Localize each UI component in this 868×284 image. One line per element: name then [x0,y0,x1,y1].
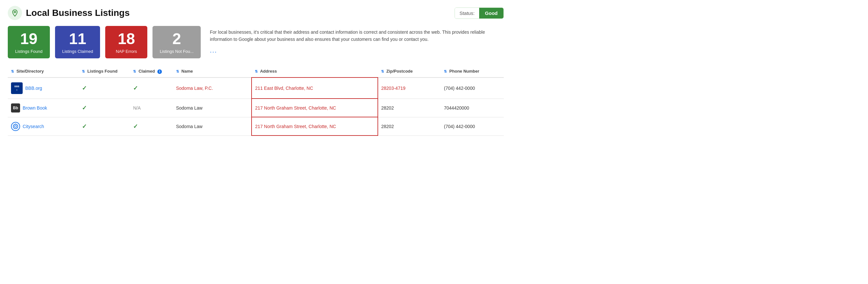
stat-listings-found: 19 Listings Found [8,26,50,58]
col-header-name[interactable]: ⇅ Name [173,65,252,78]
col-header-claimed[interactable]: ⇅ Claimed i [130,65,173,78]
stat-listings-claimed-number: 11 [62,30,93,48]
sort-icon-zip: ⇅ [381,69,384,73]
phone-cell: (704) 442-0000 [441,117,504,136]
col-header-zip[interactable]: ⇅ Zip/Postcode [378,65,441,78]
table-body: BBB ® BBB.org ✓ ✓ Sodoma Law, P.C. 211 E… [8,78,504,136]
stat-nap-errors-number: 18 [112,30,140,48]
listings-table-container: ⇅ Site/Directory ⇅ Listings Found ⇅ Clai… [8,65,504,136]
status-badge: Good [479,8,503,19]
found-check: ✓ [82,123,87,130]
listings-table: ⇅ Site/Directory ⇅ Listings Found ⇅ Clai… [8,65,504,136]
stats-description: For local businesses, it's critical that… [206,26,504,58]
info-icon-claimed[interactable]: i [157,69,162,74]
sort-icon-phone: ⇅ [444,69,447,73]
sort-icon-address: ⇅ [255,69,258,73]
zip-cell: 28202 [378,117,441,136]
col-header-phone[interactable]: ⇅ Phone Number [441,65,504,78]
listings-found-cell: ✓ [79,78,130,99]
table-header: ⇅ Site/Directory ⇅ Listings Found ⇅ Clai… [8,65,504,78]
site-link[interactable]: BBB.org [25,86,42,91]
read-more-dots[interactable]: ... [210,45,500,55]
site-cell: Bb Brown Book [8,98,79,117]
stat-listings-claimed-label: Listings Claimed [62,49,93,54]
found-check: ✓ [82,105,87,111]
page-title: Local Business Listings [26,8,130,18]
listings-found-cell: ✓ [79,117,130,136]
header-left: Local Business Listings [8,6,130,20]
zip-cell: 28203-4719 [378,78,441,99]
svg-text:BBB: BBB [14,85,19,88]
site-cell: Citysearch [8,117,79,136]
citysearch-logo [11,122,20,131]
sort-icon-claimed: ⇅ [133,69,136,73]
table-row: Citysearch ✓ ✓ Sodoma Law 217 North Grah… [8,117,504,136]
claimed-check: ✓ [133,123,138,130]
table-row: BBB ® BBB.org ✓ ✓ Sodoma Law, P.C. 211 E… [8,78,504,99]
found-check: ✓ [82,85,87,91]
sort-icon-site: ⇅ [11,69,14,73]
svg-point-4 [13,124,18,129]
stats-row: 19 Listings Found 11 Listings Claimed 18… [8,26,504,58]
brown-book-logo: Bb [11,104,20,113]
stat-nap-errors-label: NAP Errors [112,49,140,54]
stat-not-found-number: 2 [160,30,194,48]
page-header: Local Business Listings Status: Good [8,6,504,20]
site-cell: BBB ® BBB.org [8,78,79,99]
stat-nap-errors: 18 NAP Errors [105,26,147,58]
status-label-text: Status: [455,8,479,19]
svg-text:®: ® [16,89,18,91]
phone-cell: 7044420000 [441,98,504,117]
col-header-found[interactable]: ⇅ Listings Found [79,65,130,78]
col-header-address[interactable]: ⇅ Address [252,65,377,78]
stat-not-found: 2 Listings Not Fou... [153,26,201,58]
svg-rect-1 [11,82,23,94]
stat-listings-found-label: Listings Found [15,49,43,54]
table-row: Bb Brown Book ✓ N/A Sodoma Law 217 North… [8,98,504,117]
zip-cell: 28202 [378,98,441,117]
listings-found-cell: ✓ [79,98,130,117]
claimed-na: N/A [133,105,141,111]
stat-not-found-label: Listings Not Fou... [160,49,194,54]
svg-point-0 [14,11,16,13]
address-cell: 217 North Graham Street, Charlotte, NC [252,98,377,117]
claimed-cell: N/A [130,98,173,117]
claimed-check: ✓ [133,85,138,91]
col-header-site[interactable]: ⇅ Site/Directory [8,65,79,78]
svg-point-5 [14,125,17,127]
stat-listings-found-number: 19 [15,30,43,48]
site-link[interactable]: Citysearch [23,124,44,129]
location-pin-icon [8,6,22,20]
phone-cell: (704) 442-0000 [441,78,504,99]
address-cell: 211 East Blvd, Charlotte, NC [252,78,377,99]
claimed-cell: ✓ [130,78,173,99]
sort-icon-found: ⇅ [82,69,85,73]
site-link[interactable]: Brown Book [23,105,47,111]
address-cell: 217 North Graham Street, Charlotte, NC [252,117,377,136]
status-area: Status: Good [455,7,504,19]
sort-icon-name: ⇅ [176,69,179,73]
claimed-cell: ✓ [130,117,173,136]
name-cell: Sodoma Law, P.C. [173,78,252,99]
name-cell: Sodoma Law [173,117,252,136]
name-cell: Sodoma Law [173,98,252,117]
stat-listings-claimed: 11 Listings Claimed [55,26,100,58]
